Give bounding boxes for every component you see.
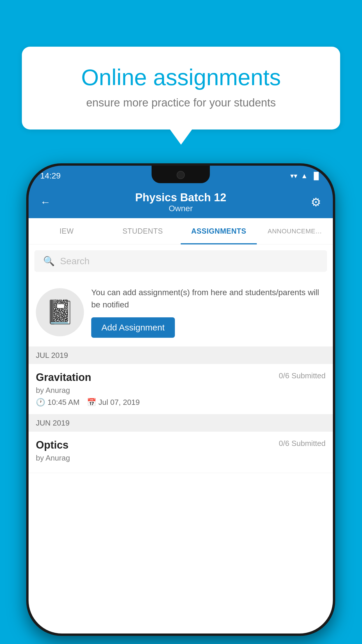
back-button[interactable]: ←: [40, 196, 51, 208]
tab-announcements[interactable]: ANNOUNCEME…: [257, 218, 333, 244]
assignment-title-gravitation: Gravitation: [36, 371, 91, 384]
assignment-top-optics: Optics 0/6 Submitted: [36, 439, 326, 451]
assignment-top: Gravitation 0/6 Submitted: [36, 371, 326, 384]
app-bar-title: Physics Batch 12 Owner: [135, 191, 226, 213]
section-header-jul2019: JUL 2019: [29, 347, 333, 364]
calendar-icon: 📅: [87, 398, 96, 407]
assignment-time-gravitation: 10:45 AM: [48, 398, 80, 407]
meta-time-gravitation: 🕐 10:45 AM: [36, 398, 80, 407]
search-placeholder: Search: [60, 256, 89, 267]
content-area: 🔍 Search 📓 You can add assignment(s) fro…: [29, 244, 333, 634]
tab-students[interactable]: STUDENTS: [105, 218, 181, 244]
assignment-item-optics[interactable]: Optics 0/6 Submitted by Anurag: [29, 432, 333, 473]
speech-bubble: Online assignments ensure more practice …: [22, 47, 340, 130]
add-assignment-button[interactable]: Add Assignment: [91, 317, 175, 338]
speech-bubble-heading: Online assignments: [45, 64, 317, 91]
assignment-item-gravitation[interactable]: Gravitation 0/6 Submitted by Anurag 🕐 10…: [29, 364, 333, 414]
assignment-by-gravitation: by Anurag: [36, 386, 326, 395]
assignment-title-optics: Optics: [36, 439, 68, 451]
batch-subtitle: Owner: [135, 204, 226, 213]
speech-bubble-subtext: ensure more practice for your students: [45, 97, 317, 109]
status-icons: ▾▾ ▲ ▐▌: [290, 172, 321, 180]
speech-bubble-wrapper: Online assignments ensure more practice …: [22, 47, 340, 130]
promo-text: You can add assignment(s) from here and …: [91, 286, 326, 311]
phone-inner: 14:29 ▾▾ ▲ ▐▌ ← Physics Batch 12 Owner ⚙…: [29, 166, 333, 634]
assignment-by-optics: by Anurag: [36, 454, 326, 463]
phone-frame: 14:29 ▾▾ ▲ ▐▌ ← Physics Batch 12 Owner ⚙…: [26, 163, 335, 636]
wifi-icon: ▾▾: [290, 172, 297, 180]
batch-title: Physics Batch 12: [135, 191, 226, 204]
assignment-submitted-optics: 0/6 Submitted: [279, 439, 326, 448]
status-time: 14:29: [40, 171, 61, 181]
tab-assignments[interactable]: ASSIGNMENTS: [181, 218, 257, 244]
notch: [152, 166, 210, 183]
camera: [177, 171, 185, 179]
tab-bar: IEW STUDENTS ASSIGNMENTS ANNOUNCEME…: [29, 218, 333, 244]
promo-content: You can add assignment(s) from here and …: [91, 286, 326, 338]
search-icon: 🔍: [43, 256, 55, 267]
assignment-meta-gravitation: 🕐 10:45 AM 📅 Jul 07, 2019: [36, 398, 326, 407]
meta-date-gravitation: 📅 Jul 07, 2019: [87, 398, 140, 407]
assignment-submitted-gravitation: 0/6 Submitted: [279, 371, 326, 380]
assignment-date-gravitation: Jul 07, 2019: [99, 398, 140, 407]
search-bar[interactable]: 🔍 Search: [34, 250, 327, 272]
notebook-icon: 📓: [45, 298, 75, 326]
battery-icon: ▐▌: [311, 172, 321, 180]
app-bar: ← Physics Batch 12 Owner ⚙: [29, 186, 333, 218]
tab-iew[interactable]: IEW: [29, 218, 105, 244]
signal-icon: ▲: [301, 172, 308, 180]
clock-icon: 🕐: [36, 398, 45, 407]
section-header-jun2019: JUN 2019: [29, 414, 333, 432]
promo-section: 📓 You can add assignment(s) from here an…: [29, 278, 333, 347]
settings-icon[interactable]: ⚙: [311, 195, 321, 209]
promo-icon-circle: 📓: [36, 288, 84, 336]
